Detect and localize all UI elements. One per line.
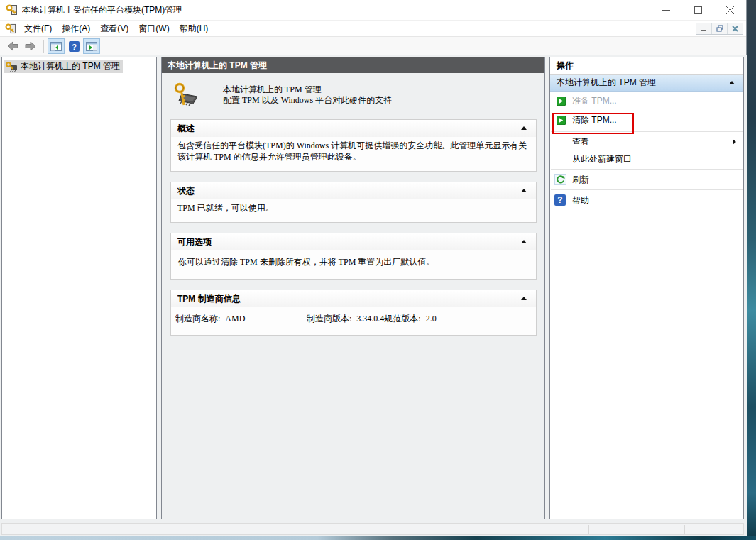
manufacturer-name-label: 制造商名称: <box>175 314 220 324</box>
tpm-chip-key-icon <box>173 82 203 111</box>
green-arrow-icon <box>557 116 566 125</box>
actions-group-label: 本地计算机上的 TPM 管理 <box>557 77 656 87</box>
intro-title: 本地计算机上的 TPM 管理 <box>223 84 392 95</box>
manufacturer-name-value: AMD <box>225 314 245 324</box>
child-minimize-button[interactable] <box>696 23 711 34</box>
collapse-icon <box>521 126 527 130</box>
manufacturer-version-value: 3.34.0.4 <box>356 314 384 324</box>
section-status-body: TPM 已就绪，可以使用。 <box>171 199 536 222</box>
green-arrow-icon <box>557 97 566 106</box>
status-bar <box>1 523 744 535</box>
action-refresh-label: 刷新 <box>572 174 589 186</box>
child-close-button[interactable] <box>727 23 743 34</box>
section-options-body: 你可以通过清除 TPM 来删除所有权，并将 TPM 重置为出厂默认值。 <box>171 250 536 279</box>
collapse-icon <box>729 81 735 84</box>
svg-text:?: ? <box>557 195 562 205</box>
actions-separator <box>551 131 743 132</box>
action-new-window[interactable]: 从此处新建窗口 <box>550 150 743 167</box>
spec-version-label: 规范版本: <box>384 314 420 324</box>
child-window-icon <box>5 23 16 34</box>
tree-node-label: 本地计算机上的 TPM 管理 <box>21 60 120 72</box>
action-view[interactable]: 查看 <box>550 133 743 150</box>
menu-item-window[interactable]: 窗口(W) <box>133 21 174 36</box>
status-bar-divider <box>684 525 685 534</box>
manufacturer-version-field: 制造商版本: 3.34.0.4 <box>307 313 384 325</box>
show-console-tree-button[interactable] <box>48 38 65 54</box>
collapse-icon <box>521 240 527 243</box>
screen: 本地计算机上受信任的平台模块(TPM)管理 文件(F) <box>0 0 756 540</box>
actions-panel: 操作 本地计算机上的 TPM 管理 准备 TPM... 清除 TPM... <box>549 57 744 519</box>
minimize-button[interactable] <box>650 0 682 20</box>
menu-item-view[interactable]: 查看(V) <box>95 21 133 36</box>
refresh-icon <box>554 174 566 185</box>
back-button[interactable] <box>4 38 21 54</box>
console-workspace: 本地计算机上的 TPM 管理 本地计算机上的 TPM 管理 <box>0 55 747 536</box>
action-prepare-tpm: 准备 TPM... <box>550 92 743 111</box>
section-overview-header[interactable]: 概述 <box>171 120 536 137</box>
section-manufacturer: TPM 制造商信息 制造商名称: AMD 制造商版本: 3.34.0.4 <box>170 290 537 336</box>
tpm-intro: 本地计算机上的 TPM 管理 配置 TPM 以及 Windows 平台对此硬件的… <box>162 73 544 112</box>
action-refresh[interactable]: 刷新 <box>550 171 743 188</box>
collapse-icon <box>521 189 527 192</box>
actions-separator <box>551 189 743 190</box>
title-bar: 本地计算机上受信任的平台模块(TPM)管理 <box>0 0 746 20</box>
menu-item-file[interactable]: 文件(F) <box>19 21 57 36</box>
action-help-label: 帮助 <box>572 194 589 206</box>
section-overview-title: 概述 <box>177 123 195 133</box>
menu-item-action[interactable]: 操作(A) <box>57 21 95 36</box>
section-manufacturer-title: TPM 制造商信息 <box>177 294 241 304</box>
section-overview: 概述 包含受信任的平台模块(TPM)的 Windows 计算机可提供增强的安全功… <box>170 119 537 172</box>
manufacturer-name-field: 制造商名称: AMD <box>175 313 307 325</box>
desktop-edge-bottom <box>0 536 756 540</box>
desktop-edge-right <box>747 0 756 536</box>
help-icon: ? <box>554 194 566 206</box>
tpm-sections: 概述 包含受信任的平台模块(TPM)的 Windows 计算机可提供增强的安全功… <box>162 112 544 336</box>
tpm-key-icon <box>6 4 18 16</box>
menu-item-help[interactable]: 帮助(H) <box>175 21 214 36</box>
tree-node-tpm-management[interactable]: 本地计算机上的 TPM 管理 <box>4 60 123 73</box>
action-new-window-label: 从此处新建窗口 <box>572 153 632 165</box>
intro-subtitle: 配置 TPM 以及 Windows 平台对此硬件的支持 <box>223 95 392 106</box>
section-manufacturer-header[interactable]: TPM 制造商信息 <box>171 290 536 307</box>
section-status-header[interactable]: 状态 <box>171 182 536 199</box>
toolbar-separator <box>43 40 44 53</box>
manufacturer-fields: 制造商名称: AMD 制造商版本: 3.34.0.4 规范版本: 2.0 <box>171 307 536 335</box>
maximize-button[interactable] <box>682 0 714 20</box>
results-panel: 本地计算机上的 TPM 管理 <box>161 57 545 519</box>
close-button[interactable] <box>714 0 746 20</box>
actions-group-header[interactable]: 本地计算机上的 TPM 管理 <box>550 75 743 92</box>
child-window-controls <box>696 23 743 35</box>
menu-bar: 文件(F) 操作(A) 查看(V) 窗口(W) 帮助(H) <box>0 20 746 36</box>
show-action-pane-button[interactable] <box>83 38 100 54</box>
section-options-header[interactable]: 可用选项 <box>171 233 536 250</box>
tpm-key-icon <box>6 62 18 72</box>
action-clear-tpm[interactable]: 清除 TPM... <box>550 111 743 130</box>
window-title: 本地计算机上受信任的平台模块(TPM)管理 <box>22 4 650 16</box>
section-options: 可用选项 你可以通过清除 TPM 来删除所有权，并将 TPM 重置为出厂默认值。 <box>170 233 537 280</box>
forward-button[interactable] <box>22 38 39 54</box>
section-options-title: 可用选项 <box>177 237 212 247</box>
submenu-arrow-icon <box>733 139 736 145</box>
help-toolbar-button[interactable]: ? <box>65 38 82 54</box>
tpm-console-window: 本地计算机上受信任的平台模块(TPM)管理 文件(F) <box>0 0 747 536</box>
console-tree-panel: 本地计算机上的 TPM 管理 <box>1 57 157 519</box>
toolbar: ? <box>0 36 746 56</box>
svg-text:?: ? <box>72 42 77 50</box>
section-status-title: 状态 <box>177 186 195 196</box>
action-prepare-tpm-label: 准备 TPM... <box>572 95 617 107</box>
actions-separator <box>551 169 743 170</box>
spec-version-value: 2.0 <box>426 314 437 324</box>
action-view-label: 查看 <box>572 136 589 148</box>
collapse-icon <box>521 297 527 300</box>
spec-version-field: 规范版本: 2.0 <box>384 313 536 325</box>
manufacturer-version-label: 制造商版本: <box>307 314 351 324</box>
section-status: 状态 TPM 已就绪，可以使用。 <box>170 182 537 223</box>
action-help[interactable]: ? 帮助 <box>550 192 743 209</box>
child-restore-button[interactable] <box>711 23 727 34</box>
status-bar-divider <box>588 525 589 534</box>
results-header: 本地计算机上的 TPM 管理 <box>162 57 544 73</box>
tpm-intro-text: 本地计算机上的 TPM 管理 配置 TPM 以及 Windows 平台对此硬件的… <box>223 82 392 106</box>
action-clear-tpm-label: 清除 TPM... <box>572 114 617 126</box>
section-overview-body: 包含受信任的平台模块(TPM)的 Windows 计算机可提供增强的安全功能。此… <box>171 137 536 171</box>
actions-title: 操作 <box>550 57 743 75</box>
